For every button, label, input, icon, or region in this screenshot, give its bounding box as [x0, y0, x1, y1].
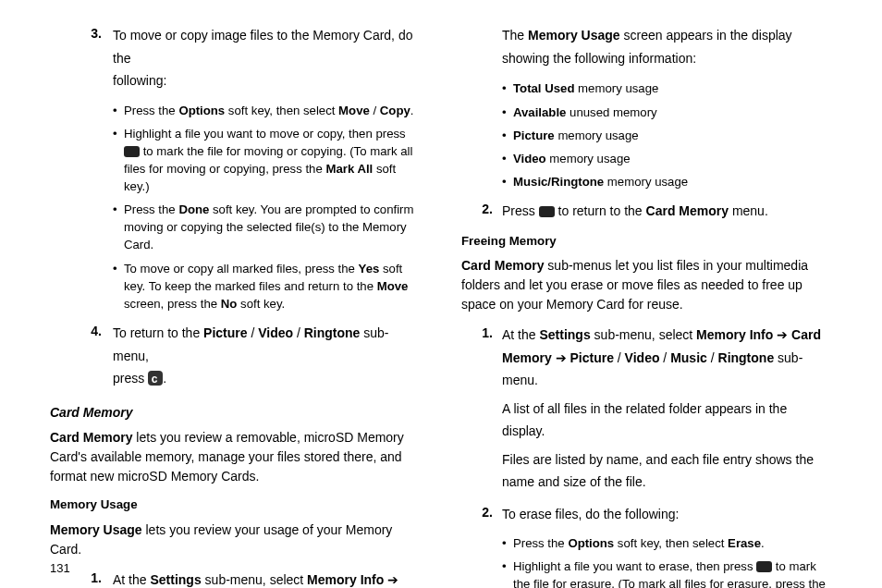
heading-freeing-memory: Freeing Memory — [461, 232, 832, 251]
list-item: • Highlight a file you want to move or c… — [113, 125, 421, 196]
list-item: • Press the Options soft key, then selec… — [502, 534, 832, 552]
text: Press the Done soft key. You are prompte… — [124, 201, 421, 253]
list-item: •Music/Ringtone memory usage — [502, 173, 832, 190]
text: Highlight a file you want to erase, then… — [513, 557, 832, 588]
bullet-icon: • — [502, 127, 513, 144]
step-number: 1. — [76, 569, 113, 588]
step-4: 4. To return to the Picture / Video / Ri… — [76, 322, 421, 390]
step-body: To return to the Picture / Video / Ringt… — [113, 322, 421, 390]
bullet-icon: • — [113, 201, 124, 253]
ok-key-icon — [756, 561, 772, 572]
bullet-icon: • — [113, 260, 124, 312]
text: Press the Options soft key, then select … — [124, 102, 421, 119]
text: Highlight a file you want to move or cop… — [124, 125, 421, 196]
heading-memory-usage: Memory Usage — [50, 496, 421, 515]
list-item: • To move or copy all marked files, pres… — [113, 260, 421, 312]
list-item: •Picture memory usage — [502, 127, 832, 144]
step-number: 3. — [76, 24, 113, 92]
step-body: To move or copy image files to the Memor… — [113, 24, 421, 92]
step-body: At the Settings sub-menu, select Memory … — [502, 324, 832, 494]
step-number: 4. — [76, 322, 113, 390]
f-step-1: 1. At the Settings sub-menu, select Memo… — [461, 324, 832, 494]
ok-key-icon — [539, 206, 555, 217]
right-column: The Memory Usage screen appears in the d… — [461, 24, 832, 579]
paragraph: Card Memory lets you review a removable,… — [50, 428, 421, 486]
bullet-icon: • — [113, 125, 124, 196]
clear-key-icon — [148, 371, 163, 386]
paragraph: Card Memory sub-menus let you list files… — [461, 256, 832, 314]
step-3: 3. To move or copy image files to the Me… — [76, 24, 421, 92]
page-number: 131 — [50, 561, 70, 575]
text: To move or copy image files to the Memor… — [113, 28, 412, 66]
bullet-icon: • — [502, 557, 513, 588]
bullet-icon: • — [502, 150, 513, 167]
step-body: To erase files, do the following: — [502, 503, 832, 526]
mu-step-1: 1. At the Settings sub-menu, select Memo… — [76, 569, 421, 588]
paragraph: Memory Usage lets you review your usage … — [50, 521, 421, 559]
manual-page: 3. To move or copy image files to the Me… — [0, 0, 882, 588]
list-item: • Press the Done soft key. You are promp… — [113, 201, 421, 253]
list-item: •Available unused memory — [502, 104, 832, 121]
left-column: 3. To move or copy image files to the Me… — [50, 24, 421, 579]
list-item: • Highlight a file you want to erase, th… — [502, 557, 832, 588]
bullet-icon: • — [502, 80, 513, 97]
bullet-icon: • — [502, 534, 513, 552]
r-step-2: 2. Press to return to the Card Memory me… — [461, 200, 832, 223]
list-item: •Video memory usage — [502, 150, 832, 167]
text: Press the Options soft key, then select … — [513, 534, 832, 552]
heading-card-memory: Card Memory — [50, 403, 421, 423]
bullet-icon: • — [113, 102, 124, 119]
bullet-icon: • — [502, 104, 513, 121]
paragraph: The Memory Usage screen appears in the d… — [502, 24, 832, 70]
text: following: — [113, 73, 166, 88]
ok-key-icon — [124, 146, 140, 157]
step-number: 1. — [461, 324, 502, 494]
step-number: 2. — [461, 200, 502, 223]
step-number: 2. — [461, 503, 502, 526]
step-body: At the Settings sub-menu, select Memory … — [113, 569, 421, 588]
list-item: •Total Used memory usage — [502, 80, 832, 97]
list-item: • Press the Options soft key, then selec… — [113, 102, 421, 119]
f-step-2: 2. To erase files, do the following: — [461, 503, 832, 526]
step-body: Press to return to the Card Memory menu. — [502, 200, 832, 223]
bullet-icon: • — [502, 173, 513, 190]
text: To move or copy all marked files, press … — [124, 260, 421, 312]
